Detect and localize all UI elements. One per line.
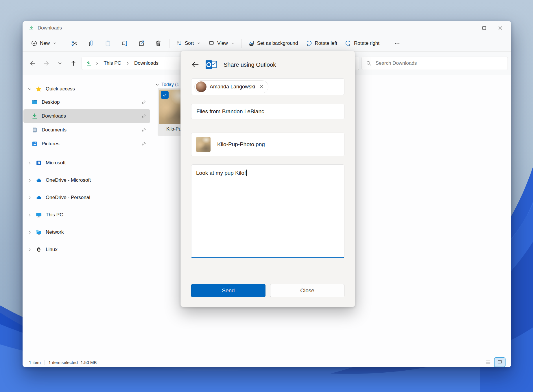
sidebar-item-network[interactable]: Network: [23, 224, 150, 241]
back-icon[interactable]: [191, 61, 199, 69]
item-count: 1 item: [29, 360, 41, 365]
see-more-button[interactable]: [389, 37, 405, 49]
search-input[interactable]: [376, 60, 504, 66]
sidebar-item-documents[interactable]: Documents: [23, 123, 150, 137]
rotate-left-icon: [306, 40, 312, 47]
sidebar-item-label: Linux: [46, 247, 58, 252]
sidebar-item-this-pc[interactable]: This PC: [23, 206, 150, 224]
back-button[interactable]: [26, 57, 40, 69]
share-outlook-dialog: Share using Outlook Amanda Langowski Kil…: [180, 51, 355, 307]
rotate-left-label: Rotate left: [315, 40, 337, 46]
sort-button[interactable]: Sort: [172, 37, 204, 49]
microsoft-icon: [36, 160, 42, 166]
see-more-icon: [394, 40, 400, 47]
outlook-icon: [206, 60, 217, 70]
view-icon: [208, 40, 215, 47]
sidebar-item-pictures[interactable]: Pictures: [23, 137, 150, 151]
cut-icon: [71, 40, 78, 47]
chevron-right-icon: [27, 230, 32, 235]
sidebar-item-onedrive-microsoft[interactable]: OneDrive - Microsoft: [23, 172, 150, 189]
view-button[interactable]: View: [204, 37, 239, 49]
sidebar-item-downloads[interactable]: Downloads: [23, 109, 150, 123]
rename-icon: [121, 40, 128, 47]
set-background-button[interactable]: Set as background: [244, 37, 302, 49]
desktop-icon: [32, 99, 38, 105]
delete-icon: [155, 40, 162, 47]
sidebar-item-label: Microsoft: [46, 160, 66, 166]
recipient-chip[interactable]: Amanda Langowski: [194, 80, 268, 93]
rotate-left-button[interactable]: Rotate left: [302, 37, 341, 49]
paste-button[interactable]: [99, 37, 116, 49]
group-header-label: Today (1: [161, 82, 179, 87]
linux-icon: [36, 246, 42, 253]
cut-button[interactable]: [66, 37, 83, 49]
new-button[interactable]: New: [27, 37, 60, 49]
toolbar-divider: [386, 39, 386, 48]
status-divider: [45, 360, 45, 365]
message-text-content: Look at my pup Kilo!: [196, 170, 246, 176]
remove-recipient-icon[interactable]: [258, 83, 265, 90]
recent-locations-button[interactable]: [53, 57, 67, 69]
rotate-right-button[interactable]: Rotate right: [341, 37, 383, 49]
close-dialog-button[interactable]: Close: [270, 284, 344, 297]
sort-icon: [176, 40, 182, 47]
downloads-icon: [86, 60, 92, 66]
minimize-button[interactable]: [460, 22, 476, 34]
breadcrumb-this-pc[interactable]: This PC: [102, 60, 122, 67]
subject-field: [191, 104, 344, 119]
up-button[interactable]: [67, 57, 80, 69]
chevron-down-icon: [53, 41, 57, 45]
copy-icon: [88, 40, 95, 47]
navigation-pane: Quick access Desktop Downloads: [23, 75, 151, 357]
details-view-button[interactable]: [483, 358, 493, 367]
check-icon: [163, 93, 167, 97]
chevron-down-icon: [27, 87, 32, 91]
close-button[interactable]: [492, 22, 508, 34]
minimize-icon: [465, 25, 471, 31]
sidebar-item-label: Documents: [42, 127, 67, 133]
group-header-today[interactable]: Today (1: [155, 82, 179, 87]
downloads-icon: [28, 25, 34, 31]
toolbar-divider: [169, 39, 169, 48]
delete-button[interactable]: [150, 37, 167, 49]
dialog-header: Share using Outlook: [181, 51, 355, 70]
breadcrumb-downloads[interactable]: Downloads: [133, 60, 160, 67]
pictures-icon: [32, 141, 38, 147]
selection-checkbox[interactable]: [161, 91, 169, 99]
selection-count: 1 item selected: [49, 360, 78, 365]
sidebar-item-label: OneDrive - Personal: [46, 195, 90, 200]
sidebar-item-desktop[interactable]: Desktop: [23, 95, 150, 109]
sidebar-tree: Microsoft OneDrive - Microsoft: [23, 154, 151, 258]
subject-input[interactable]: [191, 108, 344, 115]
details-view-icon: [485, 359, 491, 365]
paste-icon: [104, 40, 111, 47]
copy-button[interactable]: [83, 37, 99, 49]
send-button[interactable]: Send: [191, 284, 265, 297]
sidebar-item-quick-access[interactable]: Quick access: [23, 83, 150, 95]
documents-icon: [32, 127, 38, 133]
breadcrumb-chevron-icon: [126, 62, 130, 65]
recipient-name: Amanda Langowski: [210, 84, 255, 90]
sidebar-item-linux[interactable]: Linux: [23, 241, 150, 258]
recipient-field[interactable]: Amanda Langowski: [191, 78, 344, 95]
attachment-card[interactable]: Kilo-Pup-Photo.png: [191, 133, 344, 156]
sidebar-item-microsoft[interactable]: Microsoft: [23, 154, 150, 172]
view-button-label: View: [217, 40, 228, 46]
large-icons-view-button[interactable]: [495, 358, 505, 367]
set-background-label: Set as background: [257, 40, 298, 46]
sidebar-item-onedrive-personal[interactable]: OneDrive - Personal: [23, 189, 150, 206]
downloads-icon: [32, 113, 38, 119]
chevron-right-icon: [27, 196, 32, 200]
toolbar-divider: [241, 39, 241, 48]
share-button[interactable]: [133, 37, 150, 49]
large-icons-view-icon: [497, 359, 503, 365]
up-icon: [70, 60, 77, 67]
rename-button[interactable]: [116, 37, 133, 49]
maximize-button[interactable]: [476, 22, 492, 34]
search-box: [362, 57, 508, 70]
window-title: Downloads: [38, 25, 62, 31]
forward-button[interactable]: [40, 57, 53, 69]
sidebar-item-label: Downloads: [42, 113, 66, 119]
message-field[interactable]: Look at my pup Kilo!: [191, 164, 344, 258]
chevron-down-icon: [58, 61, 62, 66]
